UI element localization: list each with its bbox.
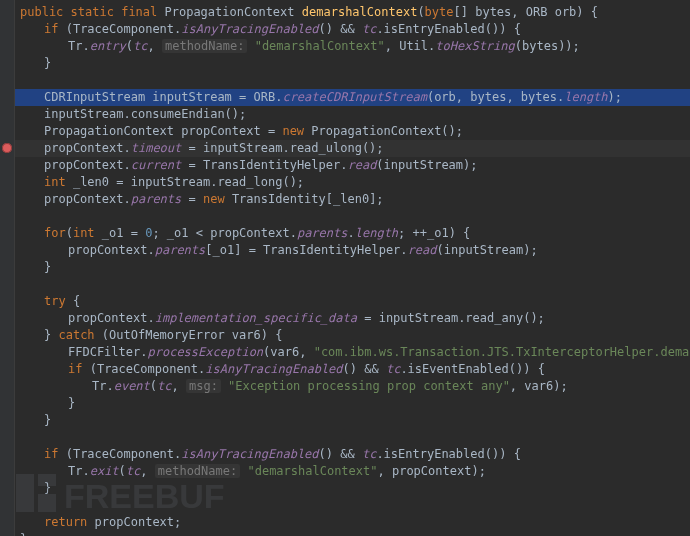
code-line[interactable]: } [0, 55, 690, 72]
code-token: { [73, 294, 80, 308]
code-line[interactable]: Tr.entry(tc, methodName: "demarshalConte… [0, 38, 690, 55]
code-token: . [348, 226, 355, 240]
code-line[interactable]: propContext.timeout = inputStream.read_u… [0, 140, 690, 157]
code-token: propContext; [95, 515, 182, 529]
code-token: entry [90, 39, 126, 53]
code-token: int [73, 226, 102, 240]
code-token: return [44, 515, 95, 529]
code-token: new [282, 124, 311, 138]
code-token: = inputStream.read_any(); [357, 311, 545, 325]
code-line[interactable]: if (TraceComponent.isAnyTracingEnabled()… [0, 446, 690, 463]
code-token: ( [417, 5, 424, 19]
code-token: [_o1] = TransIdentityHelper. [205, 243, 407, 257]
code-token: "com.ibm.ws.Transaction.JTS.TxIntercepto… [314, 345, 690, 359]
code-token: , var6); [510, 379, 568, 393]
code-line[interactable]: propContext.parents[_o1] = TransIdentity… [0, 242, 690, 259]
code-token: tc [362, 22, 376, 36]
code-token: (TraceComponent. [66, 22, 182, 36]
code-line[interactable]: propContext.current = TransIdentityHelpe… [0, 157, 690, 174]
code-line[interactable] [0, 208, 690, 225]
code-line[interactable]: propContext.implementation_specific_data… [0, 310, 690, 327]
code-token: , [148, 39, 162, 53]
code-line[interactable] [0, 429, 690, 446]
code-token: byte [425, 5, 454, 19]
code-line[interactable]: try { [0, 293, 690, 310]
code-token: } [44, 481, 51, 495]
editor-gutter[interactable] [0, 0, 15, 536]
code-line[interactable] [0, 72, 690, 89]
code-line[interactable]: for(int _o1 = 0; _o1 < propContext.paren… [0, 225, 690, 242]
code-token: read [408, 243, 437, 257]
code-line[interactable]: return propContext; [0, 514, 690, 531]
code-token: exit [90, 464, 119, 478]
code-token: propContext. [44, 192, 131, 206]
code-line[interactable]: propContext.parents = new TransIdentity[… [0, 191, 690, 208]
code-token: (TraceComponent. [90, 362, 206, 376]
code-line[interactable]: FFDCFilter.processException(var6, "com.i… [0, 344, 690, 361]
code-token: () && [343, 362, 386, 376]
code-token: isAnyTracingEnabled [181, 447, 318, 461]
code-token: .isEntryEnabled()) { [376, 22, 521, 36]
code-token: Tr. [68, 39, 90, 53]
code-token: createCDRInputStream [282, 90, 427, 104]
code-token: Tr. [68, 464, 90, 478]
inlay-hint: methodName: [162, 39, 247, 53]
code-line[interactable]: PropagationContext propContext = new Pro… [0, 123, 690, 140]
code-line[interactable]: } catch (OutOfMemoryError var6) { [0, 327, 690, 344]
code-token: (TraceComponent. [66, 447, 182, 461]
code-line[interactable]: } [0, 531, 690, 536]
code-token: PropagationContext propContext = [44, 124, 282, 138]
code-line[interactable]: } [0, 395, 690, 412]
code-token: (inputStream); [436, 243, 537, 257]
code-token: , [172, 379, 186, 393]
code-line[interactable]: } [0, 412, 690, 429]
code-token: static final [71, 5, 165, 19]
code-line[interactable]: } [0, 259, 690, 276]
code-line[interactable] [0, 497, 690, 514]
code-token: isAnyTracingEnabled [205, 362, 342, 376]
code-token: if [68, 362, 90, 376]
code-editor[interactable]: public static final PropagationContext d… [0, 0, 690, 536]
code-token: PropagationContext [165, 5, 302, 19]
code-token: ( [126, 39, 133, 53]
code-token: ) { [576, 5, 598, 19]
code-token: public [20, 5, 71, 19]
code-token: CDRInputStream inputStream = ORB. [44, 90, 282, 104]
code-line[interactable]: if (TraceComponent.isAnyTracingEnabled()… [0, 21, 690, 38]
code-token: length [564, 90, 607, 104]
code-token: , propContext); [378, 464, 486, 478]
code-line[interactable]: Tr.event(tc, msg: "Exception processing … [0, 378, 690, 395]
code-token: PropagationContext(); [311, 124, 463, 138]
code-token: _o1 = [102, 226, 145, 240]
code-token: "demarshalContext" [247, 464, 377, 478]
code-line[interactable]: public static final PropagationContext d… [0, 4, 690, 21]
code-line[interactable]: CDRInputStream inputStream = ORB.createC… [0, 89, 690, 106]
code-token: inputStream.consumeEndian(); [44, 107, 246, 121]
code-token: = [181, 192, 203, 206]
code-line[interactable] [0, 276, 690, 293]
breakpoint-icon[interactable] [2, 143, 12, 153]
code-line[interactable]: inputStream.consumeEndian(); [0, 106, 690, 123]
code-line[interactable]: Tr.exit(tc, methodName: "demarshalContex… [0, 463, 690, 480]
code-token: catch [58, 328, 101, 342]
code-token: (OutOfMemoryError var6) { [102, 328, 283, 342]
code-token: parents [155, 243, 206, 257]
code-token: for [44, 226, 66, 240]
code-line[interactable]: int _len0 = inputStream.read_long(); [0, 174, 690, 191]
code-token: ( [119, 464, 126, 478]
inlay-hint: msg: [186, 379, 221, 393]
code-token [247, 39, 254, 53]
code-token: if [44, 22, 66, 36]
code-token [221, 379, 228, 393]
code-token: [] bytes, [454, 5, 526, 19]
code-line[interactable]: if (TraceComponent.isAnyTracingEnabled()… [0, 361, 690, 378]
code-token: new [203, 192, 232, 206]
code-token: timeout [131, 141, 182, 155]
code-token: parents [297, 226, 348, 240]
code-token: processException [147, 345, 263, 359]
code-token: implementation_specific_data [155, 311, 357, 325]
code-token: } [44, 56, 51, 70]
code-line[interactable]: } [0, 480, 690, 497]
code-token: toHexString [435, 39, 514, 53]
code-token: propContext. [68, 243, 155, 257]
